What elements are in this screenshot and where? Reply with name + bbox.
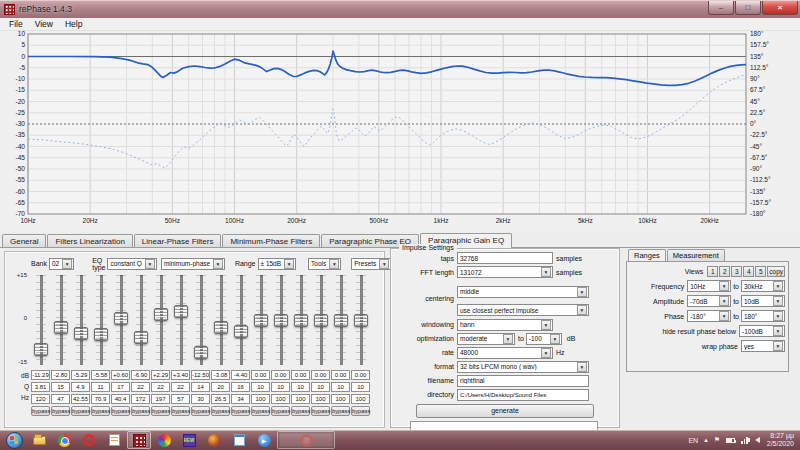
bypass-button[interactable]: bypass	[331, 406, 350, 416]
band-hz-value[interactable]: 40.4	[111, 394, 130, 404]
slider-thumb[interactable]	[294, 314, 308, 327]
bank-select[interactable]: 02 ▾	[49, 258, 74, 270]
band-db-value[interactable]: -2.80	[51, 370, 70, 380]
phase-to-select[interactable]: 180° ▾	[741, 310, 785, 322]
band-q-value[interactable]: 10	[311, 382, 330, 392]
menu-view[interactable]: View	[29, 19, 59, 29]
band-q-value[interactable]: 22	[151, 382, 170, 392]
bypass-button[interactable]: bypass	[31, 406, 50, 416]
filename-input[interactable]	[457, 375, 589, 387]
speaker-icon[interactable]	[755, 437, 760, 443]
view-button-4[interactable]: 4	[743, 266, 754, 277]
band-q-value[interactable]: 10	[271, 382, 290, 392]
bypass-button[interactable]: bypass	[131, 406, 150, 416]
band-db-value[interactable]: 0.00	[331, 370, 350, 380]
band-q-value[interactable]: 10	[251, 382, 270, 392]
wrap-phase-select[interactable]: yes ▾	[741, 340, 785, 352]
band-hz-value[interactable]: 100	[331, 394, 350, 404]
bypass-button[interactable]: bypass	[231, 406, 250, 416]
tab-measurement[interactable]: Measurement	[667, 249, 725, 261]
tools-menu[interactable]: Tools ▾	[308, 258, 341, 270]
rate-select[interactable]: 48000 ▾	[457, 347, 553, 359]
bypass-button[interactable]: bypass	[251, 406, 270, 416]
band-q-value[interactable]: 10	[331, 382, 350, 392]
band-q-value[interactable]: 22	[171, 382, 190, 392]
band-db-value[interactable]: -3.08	[211, 370, 230, 380]
centering-select-1[interactable]: middle ▾	[457, 286, 589, 298]
range-select[interactable]: ± 15dB ▾	[258, 258, 297, 270]
slider-thumb[interactable]	[114, 312, 128, 325]
slider-thumb[interactable]	[234, 325, 248, 338]
slider-thumb[interactable]	[334, 314, 348, 327]
bypass-button[interactable]: bypass	[291, 406, 310, 416]
frequency-to-select[interactable]: 30kHz ▾	[741, 280, 785, 292]
slider-thumb[interactable]	[174, 305, 188, 318]
explorer-icon[interactable]	[27, 431, 51, 449]
band-db-value[interactable]: -5.29	[71, 370, 90, 380]
taps-input[interactable]	[457, 252, 553, 264]
view-copy-button[interactable]: copy	[767, 266, 785, 277]
fft-length-select[interactable]: 131072 ▾	[457, 266, 553, 278]
bypass-button[interactable]: bypass	[271, 406, 290, 416]
active-window-button[interactable]	[277, 431, 335, 449]
band-hz-value[interactable]: 30	[191, 394, 210, 404]
view-button-5[interactable]: 5	[755, 266, 766, 277]
band-q-value[interactable]: 22	[131, 382, 150, 392]
clock[interactable]: 8:27 μμ 2/5/2020	[767, 432, 794, 448]
bypass-button[interactable]: bypass	[351, 406, 370, 416]
directory-input[interactable]	[457, 389, 589, 401]
notepad-icon[interactable]	[227, 431, 251, 449]
rephase-taskbar-icon[interactable]	[127, 431, 151, 449]
band-hz-value[interactable]: 26.5	[211, 394, 230, 404]
slider-thumb[interactable]	[354, 314, 368, 327]
action-center-flag-icon[interactable]: ⚑	[714, 436, 720, 444]
phase-from-select[interactable]: -180° ▾	[687, 310, 731, 322]
amplitude-to-select[interactable]: 10dB ▾	[741, 295, 785, 307]
response-graph[interactable]: 1050-5-10-15-20-25-30-35-40-45-50-55-60-…	[0, 31, 800, 232]
band-hz-value[interactable]: 70.9	[91, 394, 110, 404]
rew-icon[interactable]: REW	[177, 431, 201, 449]
band-hz-value[interactable]: 57	[171, 394, 190, 404]
band-db-value[interactable]: 0.00	[251, 370, 270, 380]
frequency-from-select[interactable]: 10Hz ▾	[687, 280, 731, 292]
band-db-value[interactable]: 0.00	[311, 370, 330, 380]
optimization-db-select[interactable]: -100 ▾	[526, 333, 562, 345]
band-hz-value[interactable]: 100	[291, 394, 310, 404]
band-db-value[interactable]: -12.50	[191, 370, 210, 380]
tab-minimum-phase-filters[interactable]: Minimum-Phase Filters	[222, 234, 320, 247]
slider-thumb[interactable]	[314, 314, 328, 327]
bypass-button[interactable]: bypass	[151, 406, 170, 416]
band-db-value[interactable]: -6.90	[131, 370, 150, 380]
band-hz-value[interactable]: 42.55	[71, 394, 90, 404]
slider-thumb[interactable]	[154, 308, 168, 321]
menu-file[interactable]: File	[3, 19, 29, 29]
band-db-value[interactable]: -11.29	[31, 370, 50, 380]
bypass-button[interactable]: bypass	[211, 406, 230, 416]
battery-icon[interactable]	[726, 438, 735, 443]
band-q-value[interactable]: 15	[51, 382, 70, 392]
bypass-button[interactable]: bypass	[51, 406, 70, 416]
bypass-button[interactable]: bypass	[91, 406, 110, 416]
slider-thumb[interactable]	[194, 346, 208, 359]
band-hz-value[interactable]: 172	[131, 394, 150, 404]
band-q-value[interactable]: 17	[111, 382, 130, 392]
tab-filters-linearization[interactable]: Filters Linearization	[47, 234, 132, 247]
band-db-value[interactable]: -5.58	[91, 370, 110, 380]
band-db-value[interactable]: +2.29	[151, 370, 170, 380]
slider-thumb[interactable]	[94, 328, 108, 341]
band-hz-value[interactable]: 120	[31, 394, 50, 404]
hidden-icons-button[interactable]: ▴	[704, 436, 708, 444]
bypass-button[interactable]: bypass	[71, 406, 90, 416]
browser-icon[interactable]	[202, 431, 226, 449]
band-q-value[interactable]: 11	[91, 382, 110, 392]
tab-general[interactable]: General	[2, 234, 46, 247]
band-db-value[interactable]: +3.40	[171, 370, 190, 380]
band-db-value[interactable]: 0.00	[291, 370, 310, 380]
chrome-icon[interactable]	[52, 431, 76, 449]
slider-thumb[interactable]	[254, 314, 268, 327]
centering-select-2[interactable]: use closest perfect impulse ▾	[457, 304, 589, 316]
bypass-button[interactable]: bypass	[311, 406, 330, 416]
band-hz-value[interactable]: 100	[251, 394, 270, 404]
view-button-1[interactable]: 1	[707, 266, 718, 277]
slider-thumb[interactable]	[74, 327, 88, 340]
